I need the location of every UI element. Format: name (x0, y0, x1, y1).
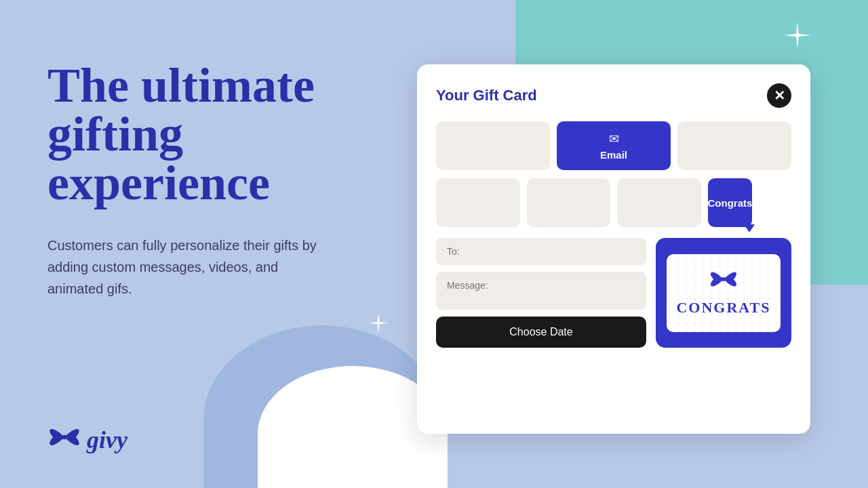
left-content: The ultimate gifting experience Customer… (47, 61, 373, 300)
headline: The ultimate gifting experience (47, 61, 373, 207)
subtext: Customers can fully personalize their gi… (47, 235, 332, 300)
gift-card-bow-icon (709, 270, 738, 293)
close-button[interactable]: ✕ (767, 83, 791, 108)
gift-card-preview: CONGRATS (656, 238, 791, 348)
bottom-section: Choose Date CONGRATS (436, 238, 791, 348)
theme-option-1[interactable] (436, 178, 520, 227)
theme-option-congrats[interactable]: Congrats (708, 178, 753, 227)
modal-header: Your Gift Card ✕ (436, 83, 791, 108)
form-side: Choose Date (436, 238, 646, 348)
bow-icon (47, 427, 81, 453)
gift-card-congrats-text: CONGRATS (676, 299, 770, 317)
delivery-option-1[interactable] (436, 121, 550, 170)
message-input[interactable] (436, 272, 646, 310)
cursor-indicator (744, 224, 755, 232)
modal-title: Your Gift Card (436, 87, 537, 104)
delivery-option-3[interactable] (677, 121, 791, 170)
gift-card-modal: Your Gift Card ✕ ✉ Email Congrats Choose… (417, 64, 810, 434)
delivery-options-row: ✉ Email (436, 121, 791, 170)
sparkle-mid-icon (366, 312, 391, 339)
delivery-option-email[interactable]: ✉ Email (557, 121, 671, 170)
sparkle-bottom-icon (312, 405, 331, 427)
theme-option-2[interactable] (527, 178, 611, 227)
givy-logo: givy (47, 426, 127, 454)
theme-options-row: Congrats (436, 178, 791, 227)
svg-point-1 (722, 277, 726, 281)
to-input[interactable] (436, 238, 646, 265)
sparkle-top-right-icon (781, 20, 814, 56)
theme-congrats-wrapper: Congrats (708, 178, 792, 227)
givy-logo-text: givy (87, 426, 127, 454)
email-icon: ✉ (609, 131, 619, 146)
theme-option-3[interactable] (617, 178, 701, 227)
choose-date-button[interactable]: Choose Date (436, 317, 646, 348)
email-label: Email (600, 149, 627, 161)
gift-card-inner: CONGRATS (667, 254, 781, 332)
svg-point-0 (62, 435, 67, 440)
